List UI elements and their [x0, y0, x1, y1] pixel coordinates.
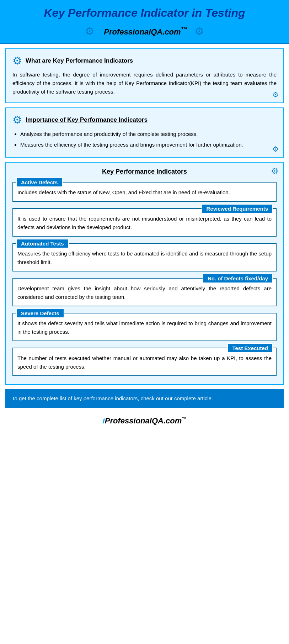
kpi-item-1: Reviewed RequirementsIt is used to ensur… [12, 208, 277, 237]
kpi-item-label-2: Automated Tests [16, 239, 69, 248]
section-importance: ⚙ Importance of Key Performance Indicato… [5, 107, 284, 158]
kpi-item-label-0: Active Defects [16, 178, 63, 187]
importance-bullet-2: Measures the efficiency of the testing p… [20, 140, 277, 149]
gear-icon-importance-bottom: ⚙ [272, 145, 279, 153]
kpi-item-label-3: No. of Defects fixed/day [203, 274, 273, 283]
gear-icon-importance: ⚙ [12, 114, 22, 126]
section-what-title: What are Key Performance Indicators [26, 57, 133, 64]
gear-icon-what: ⚙ [12, 54, 22, 67]
kpi-item-2: Automated TestsMeasures the testing effi… [12, 243, 277, 271]
gear-icon-kpi: ⚙ [271, 166, 279, 176]
kpi-item-0: Active DefectsIncludes defects with the … [12, 182, 277, 202]
bottom-logo: iProfessionalQA.com™ [0, 412, 289, 432]
kpi-item-label-1: Reviewed Requirements [202, 204, 273, 213]
footer-cta: To get the complete list of key performa… [5, 389, 284, 408]
section-what-title-row: ⚙ What are Key Performance Indicators [12, 54, 277, 67]
kpi-item-body-1: It is used to ensure that the requiremen… [17, 215, 272, 232]
section-importance-title-row: ⚙ Importance of Key Performance Indicato… [12, 114, 277, 126]
kpi-item-label-5: Test Executed [227, 343, 273, 353]
header: Key Performance Indicator in Testing ⚙ i… [0, 0, 289, 44]
importance-bullet-1: Analyzes the performance and productivit… [20, 130, 277, 139]
section-importance-list: Analyzes the performance and productivit… [12, 130, 277, 149]
footer-cta-text: To get the complete list of key performa… [12, 395, 213, 401]
header-logo: iProfessionalQA.com™ [102, 26, 187, 37]
kpi-item-body-4: It shows the defect severity and tells w… [17, 319, 272, 336]
kpi-item-3: No. of Defects fixed/dayDevelopment team… [12, 278, 277, 306]
kpi-item-5: Test ExecutedThe number of tests execute… [12, 348, 277, 376]
gear-icon-what-bottom: ⚙ [272, 90, 279, 99]
section-what: ⚙ What are Key Performance Indicators In… [5, 48, 284, 103]
kpi-item-body-0: Includes defects with the status of New,… [17, 188, 272, 197]
kpi-item-body-3: Development team gives the insight about… [17, 284, 272, 301]
bottom-logo-text: iProfessionalQA.com™ [103, 416, 187, 425]
gear-icon-right: ⚙ [194, 25, 204, 37]
gear-icon-left: ⚙ [85, 25, 95, 37]
kpi-section: Key Performance Indicators ⚙ Active Defe… [5, 162, 284, 385]
section-importance-title: Importance of Key Performance Indicators [26, 116, 148, 123]
kpi-item-4: Severe DefectsIt shows the defect severi… [12, 313, 277, 341]
kpi-main-title: Key Performance Indicators [12, 168, 277, 175]
section-what-body: In software testing, the degree of impro… [12, 70, 277, 96]
kpi-item-label-4: Severe Defects [16, 308, 64, 318]
kpi-items-container: Active DefectsIncludes defects with the … [12, 182, 277, 376]
page-title: Key Performance Indicator in Testing [7, 6, 282, 20]
header-logo-row: ⚙ iProfessionalQA.com™ ⚙ [7, 23, 282, 39]
kpi-item-body-5: The number of tests executed whether man… [17, 354, 272, 371]
kpi-item-body-2: Measures the testing efficiency where te… [17, 249, 272, 266]
